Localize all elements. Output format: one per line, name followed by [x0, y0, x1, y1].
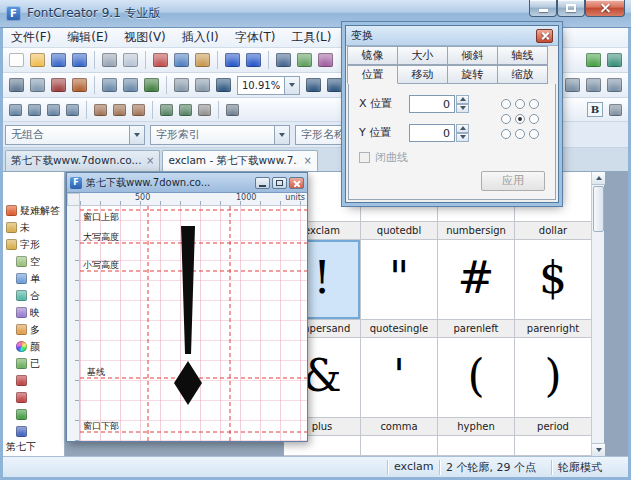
validate-button[interactable]: [586, 53, 601, 67]
align-left-button[interactable]: [9, 104, 22, 116]
group-combo-arrow[interactable]: [129, 126, 144, 144]
glyph-cell-parenright[interactable]: ): [515, 338, 592, 418]
tab-mirror[interactable]: 镜像: [347, 46, 398, 65]
tab-close-icon[interactable]: ×: [303, 156, 311, 166]
apply-button[interactable]: 应用: [481, 171, 545, 191]
paste-button[interactable]: [195, 53, 210, 67]
intersect-button[interactable]: [179, 104, 192, 116]
italic-style-button[interactable]: [609, 104, 622, 116]
tab-axis[interactable]: 轴线: [497, 46, 548, 65]
sidebar-item-simple[interactable]: 单: [3, 270, 64, 287]
find-button[interactable]: [276, 53, 291, 67]
menu-item-file[interactable]: 文件(F): [3, 27, 59, 48]
glyph-index-combo[interactable]: 字形索引: [150, 125, 290, 145]
sidebar-item-glyphs[interactable]: 字形: [3, 236, 64, 253]
guides-toggle-button[interactable]: [195, 78, 210, 92]
scroll-down-button[interactable]: [592, 443, 605, 456]
closed-curve-checkbox[interactable]: [359, 152, 370, 163]
y-spin-down-button[interactable]: [456, 133, 469, 142]
anchor-radio-bottom-center[interactable]: [515, 129, 525, 139]
undo-button[interactable]: [225, 53, 240, 67]
zoom-out-button[interactable]: [327, 78, 342, 92]
save-all-button[interactable]: [72, 53, 87, 67]
tab-move[interactable]: 移动: [397, 65, 448, 84]
anchor-radio-bottom-right[interactable]: [529, 129, 539, 139]
grid-toggle-button[interactable]: [174, 78, 189, 92]
point-tool-button[interactable]: [51, 78, 66, 92]
scroll-thumb[interactable]: [593, 186, 604, 232]
font-properties-button[interactable]: [318, 53, 333, 67]
pointer-tool-button[interactable]: [9, 78, 24, 92]
redo-button[interactable]: [246, 53, 261, 67]
anchor-radio-top-left[interactable]: [501, 99, 511, 109]
flip-vertical-button[interactable]: [113, 104, 126, 116]
new-file-button[interactable]: [9, 53, 24, 67]
tab-rotate[interactable]: 旋转: [447, 65, 498, 84]
anchor-radio-top-right[interactable]: [529, 99, 539, 109]
glyph-cell-dollar[interactable]: $: [515, 240, 592, 320]
menu-item-edit[interactable]: 编辑(E): [59, 27, 116, 48]
glyph-cell-quotedbl[interactable]: ": [361, 240, 438, 320]
sidebar-item-color[interactable]: 颜: [3, 338, 64, 355]
doc-tab-overview[interactable]: 第七下载www.7down.co... ×: [5, 150, 160, 171]
glyph-cell-period[interactable]: [515, 436, 592, 456]
menu-item-view[interactable]: 视图(V): [116, 27, 174, 48]
menu-item-insert[interactable]: 插入(I): [174, 27, 227, 48]
zoom-combo[interactable]: 10.91%: [237, 76, 300, 95]
tab-scale[interactable]: 缩放: [497, 65, 548, 84]
glyph-cell-numbersign[interactable]: #: [438, 240, 515, 320]
tab-size[interactable]: 大小: [397, 46, 448, 65]
group-combo[interactable]: 无组合: [5, 125, 145, 145]
tab-skew[interactable]: 倾斜: [447, 46, 498, 65]
grid-options-button[interactable]: [226, 104, 239, 116]
editor-maximize-button[interactable]: [272, 177, 287, 189]
glyph-index-combo-arrow[interactable]: [274, 126, 289, 144]
glyph-cell-hyphen[interactable]: [438, 436, 515, 456]
anchor-radio-top-center[interactable]: [515, 99, 525, 109]
overview-toggle-button[interactable]: [565, 78, 580, 92]
union-button[interactable]: [160, 104, 173, 116]
sidebar-item-mapped[interactable]: 映: [3, 304, 64, 321]
ellipse-tool-button[interactable]: [123, 78, 138, 92]
editor-titlebar[interactable]: F 第七下载www.7down.co...: [67, 173, 307, 193]
minimize-button[interactable]: [529, 0, 557, 17]
zoom-in-button[interactable]: [306, 78, 321, 92]
zoom-dropdown-button[interactable]: [284, 77, 299, 94]
dialog-close-button[interactable]: [536, 29, 553, 43]
open-button[interactable]: [30, 53, 45, 67]
panels-toggle-button[interactable]: [607, 78, 622, 92]
dialog-titlebar[interactable]: 变换: [346, 26, 558, 46]
editor-close-button[interactable]: [289, 177, 304, 189]
zoom-rect-button[interactable]: [216, 78, 231, 92]
rotate-button[interactable]: [132, 104, 145, 116]
anchor-radio-middle-right[interactable]: [529, 114, 539, 124]
save-button[interactable]: [51, 53, 66, 67]
test-font-button[interactable]: [297, 53, 312, 67]
align-center-button[interactable]: [28, 104, 41, 116]
glyph-cell-parenleft[interactable]: (: [438, 338, 515, 418]
exclude-button[interactable]: [198, 104, 211, 116]
print-preview-button[interactable]: [123, 53, 138, 67]
sidebar-item[interactable]: [3, 423, 64, 440]
editor-minimize-button[interactable]: [255, 177, 270, 189]
sidebar-item-composite[interactable]: 合: [3, 287, 64, 304]
sidebar-item-multi[interactable]: 多: [3, 321, 64, 338]
cut-button[interactable]: [153, 53, 168, 67]
scroll-up-button[interactable]: [592, 172, 605, 185]
sidebar-item[interactable]: [3, 389, 64, 406]
sidebar-item-unmapped[interactable]: 未: [3, 219, 64, 236]
autonaming-button[interactable]: [607, 53, 622, 67]
anchor-radio-middle-left[interactable]: [501, 114, 511, 124]
maximize-button[interactable]: [557, 0, 585, 17]
glyph-cell-comma[interactable]: [361, 436, 438, 456]
y-position-input[interactable]: 0: [409, 124, 455, 142]
copy-button[interactable]: [174, 53, 189, 67]
flip-horizontal-button[interactable]: [94, 104, 107, 116]
y-spin-up-button[interactable]: [456, 124, 469, 133]
anchor-radio-center[interactable]: [515, 114, 525, 124]
sidebar-item[interactable]: [3, 372, 64, 389]
freehand-tool-button[interactable]: [144, 78, 159, 92]
doc-tab-exclam[interactable]: exclam - 第七下载www.7... ×: [162, 150, 317, 171]
contour-tool-button[interactable]: [30, 78, 45, 92]
editor-canvas[interactable]: 窗口上部 大写高度 小写高度 基线 窗口下部: [80, 206, 307, 441]
